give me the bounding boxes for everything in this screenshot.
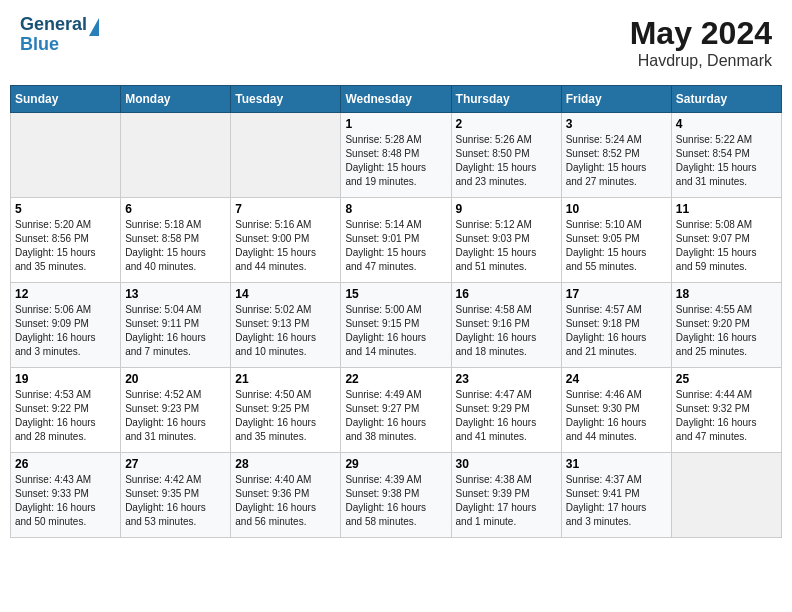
logo-text-line1: General — [20, 15, 87, 35]
week-row-5: 26Sunrise: 4:43 AM Sunset: 9:33 PM Dayli… — [11, 453, 782, 538]
day-info: Sunrise: 4:37 AM Sunset: 9:41 PM Dayligh… — [566, 473, 667, 529]
title-block: May 2024 Havdrup, Denmark — [630, 15, 772, 70]
calendar-cell: 3Sunrise: 5:24 AM Sunset: 8:52 PM Daylig… — [561, 113, 671, 198]
day-info: Sunrise: 4:44 AM Sunset: 9:32 PM Dayligh… — [676, 388, 777, 444]
day-number: 31 — [566, 457, 667, 471]
calendar-cell: 5Sunrise: 5:20 AM Sunset: 8:56 PM Daylig… — [11, 198, 121, 283]
logo-arrow-icon — [89, 18, 99, 36]
calendar-cell: 16Sunrise: 4:58 AM Sunset: 9:16 PM Dayli… — [451, 283, 561, 368]
day-info: Sunrise: 4:52 AM Sunset: 9:23 PM Dayligh… — [125, 388, 226, 444]
calendar-cell: 18Sunrise: 4:55 AM Sunset: 9:20 PM Dayli… — [671, 283, 781, 368]
day-number: 17 — [566, 287, 667, 301]
day-info: Sunrise: 5:24 AM Sunset: 8:52 PM Dayligh… — [566, 133, 667, 189]
week-row-2: 5Sunrise: 5:20 AM Sunset: 8:56 PM Daylig… — [11, 198, 782, 283]
calendar-cell: 12Sunrise: 5:06 AM Sunset: 9:09 PM Dayli… — [11, 283, 121, 368]
weekday-header-friday: Friday — [561, 86, 671, 113]
day-number: 27 — [125, 457, 226, 471]
weekday-header-wednesday: Wednesday — [341, 86, 451, 113]
day-number: 18 — [676, 287, 777, 301]
day-info: Sunrise: 4:42 AM Sunset: 9:35 PM Dayligh… — [125, 473, 226, 529]
day-info: Sunrise: 5:20 AM Sunset: 8:56 PM Dayligh… — [15, 218, 116, 274]
day-number: 14 — [235, 287, 336, 301]
day-number: 11 — [676, 202, 777, 216]
day-number: 15 — [345, 287, 446, 301]
logo-text-line2: Blue — [20, 35, 59, 55]
day-info: Sunrise: 5:16 AM Sunset: 9:00 PM Dayligh… — [235, 218, 336, 274]
day-number: 24 — [566, 372, 667, 386]
day-number: 7 — [235, 202, 336, 216]
day-info: Sunrise: 4:50 AM Sunset: 9:25 PM Dayligh… — [235, 388, 336, 444]
calendar-cell: 10Sunrise: 5:10 AM Sunset: 9:05 PM Dayli… — [561, 198, 671, 283]
day-number: 22 — [345, 372, 446, 386]
calendar-table: SundayMondayTuesdayWednesdayThursdayFrid… — [10, 85, 782, 538]
calendar-cell: 9Sunrise: 5:12 AM Sunset: 9:03 PM Daylig… — [451, 198, 561, 283]
day-info: Sunrise: 4:53 AM Sunset: 9:22 PM Dayligh… — [15, 388, 116, 444]
day-number: 30 — [456, 457, 557, 471]
week-row-4: 19Sunrise: 4:53 AM Sunset: 9:22 PM Dayli… — [11, 368, 782, 453]
calendar-cell: 7Sunrise: 5:16 AM Sunset: 9:00 PM Daylig… — [231, 198, 341, 283]
day-number: 26 — [15, 457, 116, 471]
calendar-cell — [11, 113, 121, 198]
day-info: Sunrise: 5:04 AM Sunset: 9:11 PM Dayligh… — [125, 303, 226, 359]
calendar-cell: 24Sunrise: 4:46 AM Sunset: 9:30 PM Dayli… — [561, 368, 671, 453]
day-info: Sunrise: 4:58 AM Sunset: 9:16 PM Dayligh… — [456, 303, 557, 359]
day-number: 3 — [566, 117, 667, 131]
calendar-cell: 14Sunrise: 5:02 AM Sunset: 9:13 PM Dayli… — [231, 283, 341, 368]
day-info: Sunrise: 4:43 AM Sunset: 9:33 PM Dayligh… — [15, 473, 116, 529]
calendar-cell — [231, 113, 341, 198]
calendar-cell: 19Sunrise: 4:53 AM Sunset: 9:22 PM Dayli… — [11, 368, 121, 453]
weekday-header-sunday: Sunday — [11, 86, 121, 113]
day-number: 28 — [235, 457, 336, 471]
day-number: 9 — [456, 202, 557, 216]
day-info: Sunrise: 5:22 AM Sunset: 8:54 PM Dayligh… — [676, 133, 777, 189]
day-number: 8 — [345, 202, 446, 216]
day-info: Sunrise: 5:10 AM Sunset: 9:05 PM Dayligh… — [566, 218, 667, 274]
weekday-header-monday: Monday — [121, 86, 231, 113]
day-info: Sunrise: 4:39 AM Sunset: 9:38 PM Dayligh… — [345, 473, 446, 529]
day-number: 6 — [125, 202, 226, 216]
location: Havdrup, Denmark — [630, 52, 772, 70]
weekday-header-row: SundayMondayTuesdayWednesdayThursdayFrid… — [11, 86, 782, 113]
day-info: Sunrise: 4:57 AM Sunset: 9:18 PM Dayligh… — [566, 303, 667, 359]
day-info: Sunrise: 5:00 AM Sunset: 9:15 PM Dayligh… — [345, 303, 446, 359]
day-info: Sunrise: 5:26 AM Sunset: 8:50 PM Dayligh… — [456, 133, 557, 189]
day-info: Sunrise: 5:28 AM Sunset: 8:48 PM Dayligh… — [345, 133, 446, 189]
day-number: 4 — [676, 117, 777, 131]
calendar-cell: 1Sunrise: 5:28 AM Sunset: 8:48 PM Daylig… — [341, 113, 451, 198]
day-number: 23 — [456, 372, 557, 386]
calendar-cell: 28Sunrise: 4:40 AM Sunset: 9:36 PM Dayli… — [231, 453, 341, 538]
calendar-cell: 29Sunrise: 4:39 AM Sunset: 9:38 PM Dayli… — [341, 453, 451, 538]
day-number: 25 — [676, 372, 777, 386]
calendar-cell: 25Sunrise: 4:44 AM Sunset: 9:32 PM Dayli… — [671, 368, 781, 453]
calendar-cell: 8Sunrise: 5:14 AM Sunset: 9:01 PM Daylig… — [341, 198, 451, 283]
calendar-cell: 4Sunrise: 5:22 AM Sunset: 8:54 PM Daylig… — [671, 113, 781, 198]
day-number: 21 — [235, 372, 336, 386]
day-info: Sunrise: 4:38 AM Sunset: 9:39 PM Dayligh… — [456, 473, 557, 529]
calendar-cell: 27Sunrise: 4:42 AM Sunset: 9:35 PM Dayli… — [121, 453, 231, 538]
day-info: Sunrise: 5:18 AM Sunset: 8:58 PM Dayligh… — [125, 218, 226, 274]
calendar-cell: 30Sunrise: 4:38 AM Sunset: 9:39 PM Dayli… — [451, 453, 561, 538]
calendar-cell: 2Sunrise: 5:26 AM Sunset: 8:50 PM Daylig… — [451, 113, 561, 198]
day-info: Sunrise: 4:49 AM Sunset: 9:27 PM Dayligh… — [345, 388, 446, 444]
calendar-cell: 26Sunrise: 4:43 AM Sunset: 9:33 PM Dayli… — [11, 453, 121, 538]
day-info: Sunrise: 4:55 AM Sunset: 9:20 PM Dayligh… — [676, 303, 777, 359]
week-row-3: 12Sunrise: 5:06 AM Sunset: 9:09 PM Dayli… — [11, 283, 782, 368]
week-row-1: 1Sunrise: 5:28 AM Sunset: 8:48 PM Daylig… — [11, 113, 782, 198]
day-info: Sunrise: 5:14 AM Sunset: 9:01 PM Dayligh… — [345, 218, 446, 274]
day-info: Sunrise: 5:02 AM Sunset: 9:13 PM Dayligh… — [235, 303, 336, 359]
weekday-header-tuesday: Tuesday — [231, 86, 341, 113]
day-number: 19 — [15, 372, 116, 386]
day-number: 13 — [125, 287, 226, 301]
calendar-cell: 31Sunrise: 4:37 AM Sunset: 9:41 PM Dayli… — [561, 453, 671, 538]
month-year: May 2024 — [630, 15, 772, 52]
weekday-header-saturday: Saturday — [671, 86, 781, 113]
calendar-cell: 15Sunrise: 5:00 AM Sunset: 9:15 PM Dayli… — [341, 283, 451, 368]
day-info: Sunrise: 5:08 AM Sunset: 9:07 PM Dayligh… — [676, 218, 777, 274]
calendar-cell — [671, 453, 781, 538]
calendar-cell: 17Sunrise: 4:57 AM Sunset: 9:18 PM Dayli… — [561, 283, 671, 368]
calendar-cell: 20Sunrise: 4:52 AM Sunset: 9:23 PM Dayli… — [121, 368, 231, 453]
day-number: 20 — [125, 372, 226, 386]
day-info: Sunrise: 5:06 AM Sunset: 9:09 PM Dayligh… — [15, 303, 116, 359]
calendar-cell: 23Sunrise: 4:47 AM Sunset: 9:29 PM Dayli… — [451, 368, 561, 453]
calendar-cell — [121, 113, 231, 198]
